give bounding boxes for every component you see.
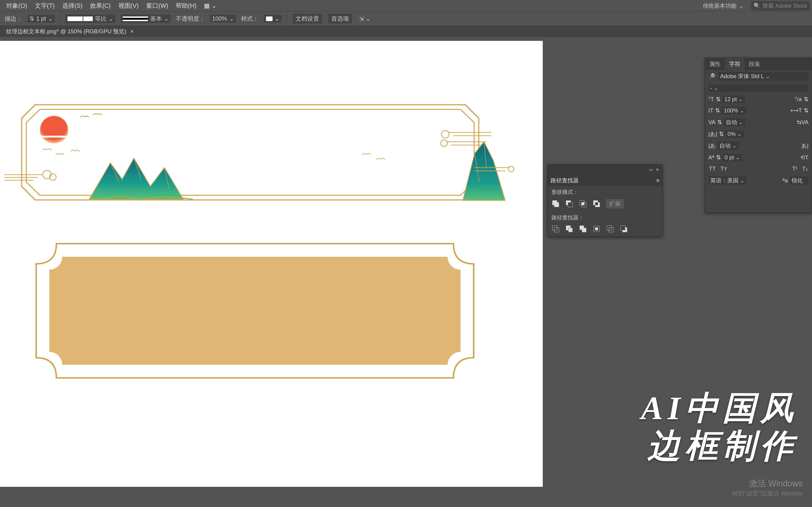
stepper-icon: ⇅ xyxy=(30,15,34,22)
tab-paragraph[interactable]: 段落 xyxy=(745,58,764,70)
flyout-icon[interactable]: ⇲ ⌄ xyxy=(359,15,370,22)
bird-icon xyxy=(376,156,385,160)
panel-header[interactable]: ‹‹ × xyxy=(548,165,662,175)
exclude-icon[interactable] xyxy=(592,200,601,208)
minus-front-icon[interactable] xyxy=(565,200,573,208)
video-caption-overlay: AI中国风 边框制作 xyxy=(641,389,798,465)
menu-effect[interactable]: 效果(C) xyxy=(86,2,114,10)
leading-field[interactable]: ᵀ/ᴀ⇅ xyxy=(795,96,808,103)
workspace-switcher[interactable]: 传统基本功能 ⌄ xyxy=(700,1,747,10)
language-field[interactable]: 英语：美国 xyxy=(708,176,747,185)
aki-field[interactable]: |あ自动 xyxy=(708,142,739,150)
bird-icon xyxy=(362,151,371,155)
pathfinder-panel[interactable]: ‹‹ × 路径查找器 ≡ 形状模式： 扩展 路径查找器： xyxy=(548,164,663,237)
divide-icon[interactable] xyxy=(551,225,560,233)
chevron-down-icon: ⌄ xyxy=(275,15,280,22)
close-icon[interactable]: × xyxy=(131,28,134,35)
profile-preview xyxy=(122,16,148,21)
font-size-icon: ᵀT xyxy=(708,96,714,103)
svg-rect-24 xyxy=(609,227,613,232)
outline-icon[interactable] xyxy=(606,225,614,233)
leading-icon: ᵀ/ᴀ xyxy=(795,96,802,103)
font-size-field[interactable]: ᵀT⇅12 pt xyxy=(708,96,745,103)
font-family-field[interactable]: Adobe 宋体 Std L xyxy=(718,72,808,80)
menu-type[interactable]: 文字(T) xyxy=(31,2,58,10)
menu-view[interactable]: 视图(V) xyxy=(115,2,143,10)
antialias-field[interactable]: ªa锐化 xyxy=(782,176,808,185)
baseline-shift-field[interactable]: Aª⇅0 pt xyxy=(708,154,742,161)
allcaps-icon[interactable]: TT xyxy=(709,165,716,172)
svg-rect-23 xyxy=(607,226,612,230)
opacity-field[interactable]: 100% ⌄ xyxy=(210,15,236,22)
svg-rect-16 xyxy=(554,227,559,232)
preferences-button[interactable]: 首选项 xyxy=(328,13,352,24)
arrange-docs-icon[interactable]: ▦ ⌄ xyxy=(200,2,220,9)
character-panel[interactable]: 属性 字符 段落 🔎 Adobe 宋体 Std L - ᵀT⇅12 pt ᵀ/ᴀ… xyxy=(705,58,812,213)
search-placeholder: 搜索 Adobe Stock xyxy=(762,2,807,10)
search-input[interactable]: 🔍 搜索 Adobe Stock xyxy=(751,1,810,10)
svg-rect-15 xyxy=(552,226,557,230)
collapse-icon[interactable]: ‹‹ xyxy=(649,166,653,173)
chevron-down-icon: ⌄ xyxy=(164,15,169,22)
document-tab[interactable]: 纹理边框文本框.png* @ 150% (RGB/GPU 预览) × xyxy=(3,26,137,37)
document-tab-bar: 纹理边框文本框.png* @ 150% (RGB/GPU 预览) × xyxy=(0,26,812,37)
kerning-value: 自动 xyxy=(724,118,745,126)
svg-rect-8 xyxy=(568,202,572,207)
stepper-icon: ⇅ xyxy=(715,107,720,114)
caption-line2: 边框制作 xyxy=(641,427,798,465)
canvas-area[interactable] xyxy=(0,37,543,507)
minus-back-icon[interactable] xyxy=(620,225,628,233)
merge-icon[interactable] xyxy=(579,225,587,233)
menu-bar: 对象(O) 文字(T) 选择(S) 效果(C) 视图(V) 窗口(W) 帮助(H… xyxy=(0,0,812,12)
svg-rect-22 xyxy=(595,227,598,230)
superscript-icon[interactable]: T¹ xyxy=(792,165,798,172)
menu-help[interactable]: 帮助(H) xyxy=(172,2,200,10)
aki-right-field[interactable]: あ| xyxy=(801,142,808,150)
rotation-icon: ⟲T xyxy=(800,154,808,161)
menu-object[interactable]: 对象(O) xyxy=(2,2,31,10)
font-style-field[interactable]: - xyxy=(708,84,808,92)
stroke-width-field[interactable]: ⇅ 1 pt ⌄ xyxy=(28,15,55,22)
bird-icon xyxy=(55,151,65,155)
vscale-icon: IT xyxy=(708,107,713,114)
pathfinders-label: 路径查找器： xyxy=(548,212,662,223)
stroke-dash-dropdown[interactable]: 等比 ⌄ xyxy=(65,14,115,23)
unite-icon[interactable] xyxy=(551,200,560,208)
panel-tabs: 属性 字符 段落 xyxy=(705,58,812,70)
artboard xyxy=(0,41,543,487)
tsume-field[interactable]: |あ|⇅0% xyxy=(708,130,744,138)
cloud-graphic xyxy=(435,128,496,149)
style-dropdown[interactable]: ⌄ xyxy=(264,15,282,22)
close-icon[interactable]: × xyxy=(656,166,659,173)
bird-icon xyxy=(42,147,52,150)
kerning-field[interactable]: VA⇅自动 xyxy=(708,118,745,126)
horizontal-scale-field[interactable]: ⟷T⇅ xyxy=(791,107,808,114)
document-setup-button[interactable]: 文档设置 xyxy=(292,13,322,24)
menu-select[interactable]: 选择(S) xyxy=(58,2,87,10)
vertical-scale-field[interactable]: IT⇅100% xyxy=(708,107,746,114)
panel-menu-icon[interactable]: ≡ xyxy=(656,177,660,184)
tracking-field[interactable]: ⇆VA xyxy=(797,119,808,125)
cloud-graphic xyxy=(2,168,63,184)
stroke-profile-dropdown[interactable]: 基本 ⌄ xyxy=(120,14,170,23)
rotation-field[interactable]: ⟲T xyxy=(800,154,808,161)
tsume-value: 0% xyxy=(725,130,744,138)
bird-icon xyxy=(80,114,89,117)
menu-window[interactable]: 窗口(W) xyxy=(142,2,172,10)
mountain-left-graphic xyxy=(85,154,197,203)
tsume-icon: |あ| xyxy=(708,130,717,138)
tab-properties[interactable]: 属性 xyxy=(705,58,725,70)
subscript-icon[interactable]: T₁ xyxy=(802,165,808,172)
intersect-icon[interactable] xyxy=(579,200,587,208)
workspace-label: 传统基本功能 xyxy=(703,2,737,10)
tab-character[interactable]: 字符 xyxy=(725,58,745,70)
stepper-icon: ⇅ xyxy=(716,154,721,161)
sun-graphic xyxy=(40,116,68,144)
search-icon: 🔎 xyxy=(708,73,715,79)
crop-icon[interactable] xyxy=(592,225,601,233)
svg-rect-6 xyxy=(554,202,559,207)
smallcaps-icon[interactable]: Tᴛ xyxy=(720,165,727,172)
trim-icon[interactable] xyxy=(565,225,573,233)
svg-rect-18 xyxy=(568,228,572,232)
hscale-icon: ⟷T xyxy=(791,107,802,114)
